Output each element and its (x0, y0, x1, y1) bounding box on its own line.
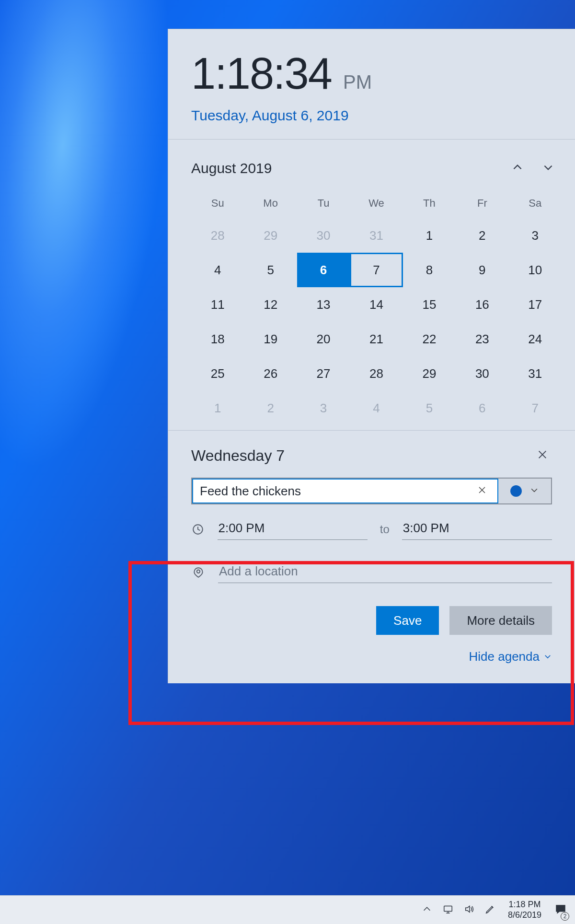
calendar-day[interactable]: 23 (456, 322, 508, 356)
calendar-grid: SuMoTuWeThFrSa28293031123456789101112131… (191, 193, 562, 425)
calendar-day[interactable]: 5 (244, 253, 297, 287)
close-event-button[interactable] (533, 446, 552, 465)
action-center-button[interactable]: 2 (549, 896, 572, 924)
calendar-day[interactable]: 17 (509, 287, 562, 322)
network-tray-icon[interactable] (438, 896, 458, 924)
clear-name-button[interactable] (473, 486, 491, 496)
event-name-input[interactable] (200, 484, 473, 499)
calendar-day[interactable]: 30 (297, 218, 350, 253)
prev-month-button[interactable] (504, 155, 531, 182)
event-location-row (191, 562, 552, 583)
chevron-down-icon (543, 649, 552, 664)
weekday-header: Tu (297, 193, 350, 218)
calendar-day[interactable]: 18 (191, 322, 244, 356)
calendar-day[interactable]: 28 (350, 356, 402, 391)
calendar-day[interactable]: 19 (244, 322, 297, 356)
calendar-day[interactable]: 13 (297, 287, 350, 322)
hide-agenda-toggle[interactable]: Hide agenda (469, 649, 552, 664)
calendar-day[interactable]: 4 (191, 253, 244, 287)
weekday-header: Fr (456, 193, 508, 218)
more-details-button[interactable]: More details (449, 606, 552, 635)
volume-tray-icon[interactable] (459, 896, 479, 924)
calendar-day[interactable]: 20 (297, 322, 350, 356)
calendar-day[interactable]: 1 (403, 218, 456, 253)
calendar-day[interactable]: 16 (456, 287, 508, 322)
clock-calendar-flyout: 1:18:34 PM Tuesday, August 6, 2019 Augus… (168, 29, 575, 683)
svg-marker-9 (466, 906, 470, 912)
calendar-section: August 2019 SuMoTuWeThFrSa28293031123456… (168, 140, 575, 431)
taskbar: 1:18 PM 8/6/2019 2 (0, 895, 575, 924)
event-create-section: Wednesday 7 to (168, 431, 575, 683)
calendar-day[interactable]: 5 (403, 391, 456, 425)
chevron-up-icon (422, 904, 432, 916)
calendar-day[interactable]: 3 (297, 391, 350, 425)
svg-point-5 (197, 570, 200, 573)
calendar-day[interactable]: 14 (350, 287, 402, 322)
hide-agenda-label: Hide agenda (469, 649, 540, 664)
calendar-day[interactable]: 29 (244, 218, 297, 253)
calendar-day[interactable]: 31 (509, 356, 562, 391)
calendar-day[interactable]: 29 (403, 356, 456, 391)
calendar-day[interactable]: 24 (509, 322, 562, 356)
tray-overflow-button[interactable] (417, 896, 437, 924)
calendar-day[interactable]: 1 (191, 391, 244, 425)
chevron-up-icon (511, 161, 524, 175)
save-button[interactable]: Save (376, 606, 439, 635)
calendar-day[interactable]: 26 (244, 356, 297, 391)
calendar-day[interactable]: 12 (244, 287, 297, 322)
speaker-icon (464, 904, 474, 916)
calendar-day[interactable]: 3 (509, 218, 562, 253)
taskbar-clock[interactable]: 1:18 PM 8/6/2019 (501, 900, 548, 920)
calendar-day[interactable]: 11 (191, 287, 244, 322)
notification-badge: 2 (561, 912, 569, 921)
event-name-row (191, 478, 552, 504)
ink-workspace-tray-icon[interactable] (480, 896, 500, 924)
calendar-day[interactable]: 27 (297, 356, 350, 391)
calendar-day[interactable]: 8 (403, 253, 456, 287)
clock-icon (191, 522, 205, 537)
color-dot-icon (510, 485, 522, 497)
calendar-day[interactable]: 21 (350, 322, 402, 356)
calendar-day[interactable]: 30 (456, 356, 508, 391)
calendar-day[interactable]: 2 (244, 391, 297, 425)
calendar-day[interactable]: 28 (191, 218, 244, 253)
weekday-header: Su (191, 193, 244, 218)
calendar-day[interactable]: 9 (456, 253, 508, 287)
location-input[interactable] (218, 562, 552, 583)
taskbar-time: 1:18 PM (508, 900, 540, 910)
weekday-header: Th (403, 193, 456, 218)
calendar-day[interactable]: 7 (509, 391, 562, 425)
clock-time: 1:18:34 (191, 48, 332, 99)
calendar-day[interactable]: 4 (350, 391, 402, 425)
clock-ampm: PM (343, 71, 372, 93)
clock-section: 1:18:34 PM Tuesday, August 6, 2019 (168, 29, 575, 140)
location-icon (191, 565, 206, 580)
svg-rect-6 (444, 906, 452, 911)
event-name-input-wrap (192, 479, 498, 503)
calendar-day[interactable]: 2 (456, 218, 508, 253)
next-month-button[interactable] (535, 155, 562, 182)
calendar-day[interactable]: 6 (456, 391, 508, 425)
pen-icon (485, 904, 495, 916)
event-day-heading: Wednesday 7 (191, 447, 533, 465)
weekday-header: Sa (509, 193, 562, 218)
calendar-day[interactable]: 31 (350, 218, 402, 253)
start-time-field[interactable] (218, 519, 368, 540)
end-time-field[interactable] (402, 519, 552, 540)
calendar-month-label[interactable]: August 2019 (191, 160, 500, 176)
calendar-day[interactable]: 22 (403, 322, 456, 356)
calendar-day[interactable]: 10 (509, 253, 562, 287)
chevron-down-icon (529, 485, 539, 497)
monitor-icon (443, 904, 453, 916)
close-icon (537, 449, 548, 462)
weekday-header: Mo (244, 193, 297, 218)
time-to-label: to (380, 523, 390, 536)
weekday-header: We (350, 193, 402, 218)
calendar-day[interactable]: 6 (297, 253, 350, 287)
calendar-day[interactable]: 15 (403, 287, 456, 322)
calendar-day[interactable]: 7 (350, 253, 402, 287)
calendar-color-picker[interactable] (498, 479, 551, 503)
clock-date-link[interactable]: Tuesday, August 6, 2019 (191, 107, 552, 124)
calendar-day[interactable]: 25 (191, 356, 244, 391)
taskbar-date: 8/6/2019 (508, 910, 541, 921)
